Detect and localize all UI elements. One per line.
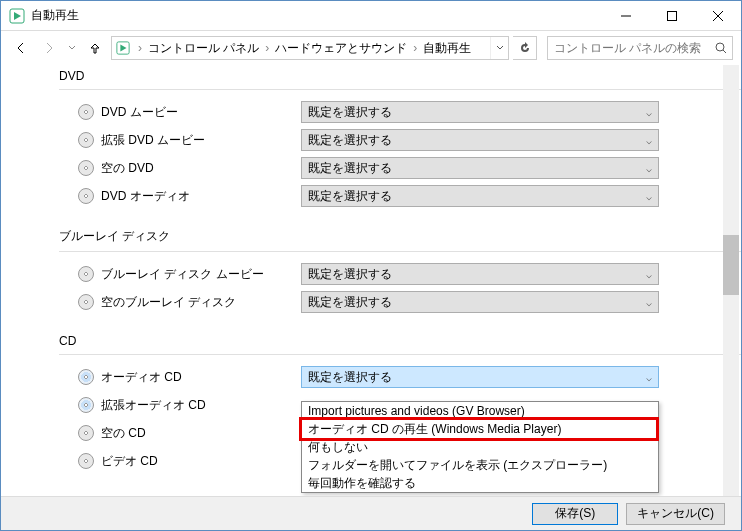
svg-point-8 [716,43,724,51]
section-header-cd: CD [59,330,741,354]
refresh-button[interactable] [513,36,537,60]
save-button[interactable]: 保存(S) [532,503,618,525]
row-label: 拡張 DVD ムービー [101,132,301,149]
disc-cd-icon [77,396,95,414]
dropdown-option[interactable]: 毎回動作を確認する [302,474,658,492]
setting-row: DVD オーディオ 既定を選択する⌵ [59,182,701,210]
disc-blank-icon [77,424,95,442]
row-label: DVD オーディオ [101,188,301,205]
setting-row: 拡張 DVD ムービー 既定を選択する⌵ [59,126,701,154]
breadcrumb-segment[interactable]: ハードウェアとサウンド [273,37,409,59]
disc-cd-icon [77,368,95,386]
dropdown-option[interactable]: 何もしない [302,438,658,456]
disc-icon [77,265,95,283]
chevron-down-icon: ⌵ [646,297,652,308]
vertical-scrollbar[interactable] [723,65,739,496]
disc-blank-icon [77,293,95,311]
search-input[interactable] [548,41,710,55]
default-select[interactable]: 既定を選択する⌵ [301,157,659,179]
chevron-down-icon: ⌵ [646,191,652,202]
default-select[interactable]: 既定を選択する⌵ [301,366,659,388]
dropdown-option[interactable]: フォルダーを開いてファイルを表示 (エクスプローラー) [302,456,658,474]
chevron-down-icon: ⌵ [646,135,652,146]
disc-icon [77,103,95,121]
dropdown-option[interactable]: Import pictures and videos (GV Browser) [302,402,658,420]
default-select[interactable]: 既定を選択する⌵ [301,101,659,123]
chevron-right-icon: › [261,41,273,55]
row-label: 拡張オーディオ CD [101,397,301,414]
row-label: オーディオ CD [101,369,301,386]
svg-line-9 [723,50,726,53]
disc-icon [77,187,95,205]
dropdown-option[interactable]: オーディオ CD の再生 (Windows Media Player) [302,420,658,438]
disc-icon [77,131,95,149]
up-button[interactable] [83,36,107,60]
row-label: 空の DVD [101,160,301,177]
chevron-down-icon: ⌵ [646,107,652,118]
back-button[interactable] [9,36,33,60]
breadcrumb-segment[interactable]: コントロール パネル [146,37,261,59]
default-select[interactable]: 既定を選択する⌵ [301,291,659,313]
setting-row: オーディオ CD 既定を選択する⌵ [59,363,701,391]
default-select[interactable]: 既定を選択する⌵ [301,185,659,207]
section-header-bluray: ブルーレイ ディスク [59,224,741,251]
cancel-button[interactable]: キャンセル(C) [626,503,725,525]
navbar: › コントロール パネル › ハードウェアとサウンド › 自動再生 [1,31,741,65]
scroll-thumb[interactable] [723,235,739,295]
breadcrumb-segment[interactable]: 自動再生 [421,37,473,59]
row-label: 空の CD [101,425,301,442]
maximize-button[interactable] [649,1,695,30]
default-select[interactable]: 既定を選択する⌵ [301,263,659,285]
disc-icon [77,452,95,470]
close-button[interactable] [695,1,741,30]
forward-button[interactable] [37,36,61,60]
footer: 保存(S) キャンセル(C) [1,496,741,530]
content-area: DVD DVD ムービー 既定を選択する⌵ 拡張 DVD ムービー 既定を選択す… [1,65,741,496]
row-label: DVD ムービー [101,104,301,121]
search-box[interactable] [547,36,733,60]
svg-rect-3 [668,11,677,20]
disc-blank-icon [77,159,95,177]
search-icon[interactable] [710,42,732,54]
autoplay-icon [9,8,25,24]
chevron-down-icon: ⌵ [646,163,652,174]
titlebar: 自動再生 [1,1,741,31]
address-bar[interactable]: › コントロール パネル › ハードウェアとサウンド › 自動再生 [111,36,509,60]
chevron-right-icon: › [409,41,421,55]
autoplay-icon [112,41,134,55]
chevron-right-icon: › [134,41,146,55]
dropdown-list: Import pictures and videos (GV Browser) … [301,401,659,493]
address-dropdown[interactable] [490,37,508,59]
row-label: 空のブルーレイ ディスク [101,294,301,311]
minimize-button[interactable] [603,1,649,30]
setting-row: 空の DVD 既定を選択する⌵ [59,154,701,182]
chevron-down-icon: ⌵ [646,269,652,280]
chevron-down-icon: ⌵ [646,372,652,383]
row-label: ブルーレイ ディスク ムービー [101,266,301,283]
history-dropdown[interactable] [65,44,79,52]
window-title: 自動再生 [31,7,603,24]
setting-row: 空のブルーレイ ディスク 既定を選択する⌵ [59,288,701,316]
default-select[interactable]: 既定を選択する⌵ [301,129,659,151]
section-header-dvd: DVD [59,65,741,89]
row-label: ビデオ CD [101,453,301,470]
setting-row: DVD ムービー 既定を選択する⌵ [59,98,701,126]
setting-row: ブルーレイ ディスク ムービー 既定を選択する⌵ [59,260,701,288]
